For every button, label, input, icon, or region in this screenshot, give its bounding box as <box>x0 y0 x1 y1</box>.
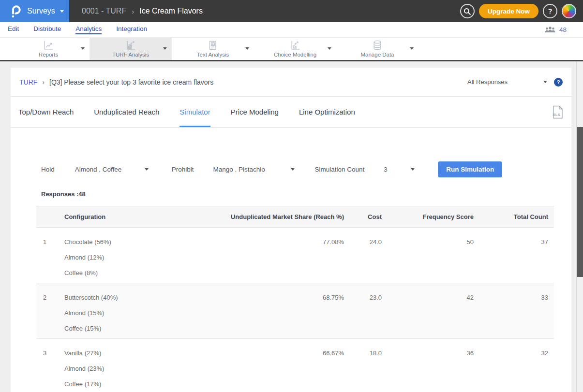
row-index: 3 <box>36 339 64 392</box>
frequency-cell: 42 <box>388 283 479 339</box>
tab-price-modeling[interactable]: Price Modeling <box>231 97 279 127</box>
respondent-counter[interactable]: 48 <box>545 26 567 33</box>
frequency-column-header: Frequency Score <box>388 206 479 228</box>
vertical-scrollbar[interactable] <box>576 61 583 392</box>
product-menu-label: Surveys <box>27 7 55 15</box>
nav-item-integration[interactable]: Integration <box>116 25 147 34</box>
frequency-cell: 50 <box>388 228 479 283</box>
question-text: [Q3] Please select your top 3 favorite i… <box>49 78 213 86</box>
config-item: Almond (23%) <box>64 361 209 377</box>
row-index: 2 <box>36 283 64 339</box>
simulation-count-select[interactable]: 3 <box>384 166 415 173</box>
surveys-product-menu[interactable]: Surveys <box>0 0 69 22</box>
toolbar-item-turf-analysis[interactable]: TURF Analysis <box>90 38 172 60</box>
responses-filter-value: All Responses <box>467 78 508 86</box>
chevron-down-icon <box>291 168 295 171</box>
config-item: Coffee (15%) <box>64 321 209 336</box>
question-bar: TURF › [Q3] Please select your top 3 fav… <box>11 68 571 97</box>
cost-cell: 24.0 <box>350 228 388 283</box>
chevron-down-icon[interactable] <box>163 47 167 50</box>
tab-unduplicated-reach[interactable]: Unduplicated Reach <box>94 97 159 127</box>
turf-tabs: Top/Down Reach Unduplicated Reach Simula… <box>11 97 571 128</box>
top-header: Surveys 0001 - TURF › Ice Cream Flavors … <box>0 0 583 22</box>
toolbar-item-reports[interactable]: Reports <box>7 38 90 60</box>
chevron-down-icon <box>60 10 64 13</box>
export-xls-button[interactable]: XLS <box>552 105 564 119</box>
hold-value: Almond , Coffee <box>75 166 122 173</box>
chevron-down-icon[interactable] <box>328 47 331 50</box>
question-mark-icon: ? <box>548 7 553 15</box>
turf-chart-icon <box>125 40 136 51</box>
chevron-right-icon: › <box>132 7 134 15</box>
chevron-right-icon: › <box>42 78 45 86</box>
config-cell: Butterscotch (40%) Almond (15%) Coffee (… <box>64 283 209 339</box>
reach-column-header: Unduplicated Market Share (Reach %) <box>209 206 350 228</box>
index-column-header <box>36 206 64 228</box>
nav-item-distribute[interactable]: Distribute <box>33 25 61 34</box>
breadcrumb: 0001 - TURF › Ice Cream Flavors <box>82 7 203 15</box>
toolbar-item-label: TURF Analysis <box>112 52 149 58</box>
respondent-count: 48 <box>559 26 567 33</box>
toolbar-item-label: Text Analysis <box>197 52 229 58</box>
configuration-column-header: Configuration <box>64 206 209 228</box>
help-button[interactable]: ? <box>543 4 557 18</box>
config-item: Almond (12%) <box>64 250 209 265</box>
chevron-down-icon[interactable] <box>81 47 85 50</box>
config-item: Coffee (8%) <box>64 265 209 281</box>
chevron-down-icon[interactable] <box>410 47 414 50</box>
main-content: TURF › [Q3] Please select your top 3 fav… <box>0 61 583 392</box>
tab-line-optimization[interactable]: Line Optimization <box>299 97 355 127</box>
simulation-table: Configuration Unduplicated Market Share … <box>36 206 554 392</box>
toolbar-item-label: Reports <box>39 52 58 58</box>
config-item: Coffee (17%) <box>64 377 209 392</box>
table-row: 2 Butterscotch (40%) Almond (15%) Coffee… <box>36 283 554 339</box>
top-actions: Upgrade Now ? <box>460 4 576 18</box>
toolbar-item-label: Choice Modelling <box>274 52 316 58</box>
config-item: Vanilla (27%) <box>64 346 209 361</box>
vertical-scrollbar-thumb[interactable] <box>577 127 583 277</box>
page-help-button[interactable]: ? <box>554 78 563 87</box>
config-item: Chocolate (56%) <box>64 234 209 250</box>
question-bar-actions: All Responses ? <box>467 78 563 87</box>
simulation-count-label: Simulation Count <box>315 166 365 173</box>
survey-id[interactable]: 0001 - TURF <box>82 7 126 15</box>
config-cell: Vanilla (27%) Almond (23%) Coffee (17%) <box>64 339 209 392</box>
row-index: 1 <box>36 228 64 283</box>
toolbar-item-text-analysis[interactable]: Text Analysis <box>172 38 254 60</box>
hold-label: Hold <box>41 166 55 173</box>
toolbar-item-manage-data[interactable]: Manage Data <box>336 38 419 60</box>
table-row: 3 Vanilla (27%) Almond (23%) Coffee (17%… <box>36 339 554 392</box>
search-button[interactable] <box>460 4 475 18</box>
chevron-down-icon <box>145 168 149 171</box>
question-mark-icon: ? <box>557 79 560 85</box>
turf-card: TURF › [Q3] Please select your top 3 fav… <box>11 68 571 392</box>
prohibit-value: Mango , Pistachio <box>213 166 265 173</box>
user-avatar[interactable] <box>562 4 576 18</box>
tab-top-down-reach[interactable]: Top/Down Reach <box>18 97 74 127</box>
tab-simulator[interactable]: Simulator <box>179 97 210 127</box>
chevron-down-icon <box>411 168 415 171</box>
hold-select[interactable]: Almond , Coffee <box>75 166 149 173</box>
total-count-cell: 33 <box>479 283 554 339</box>
cost-column-header: Cost <box>350 206 388 228</box>
total-count-cell: 32 <box>479 339 554 392</box>
run-simulation-button[interactable]: Run Simulation <box>438 161 502 177</box>
nav-item-edit[interactable]: Edit <box>8 25 19 34</box>
responses-filter-select[interactable]: All Responses <box>467 78 547 86</box>
nav-item-analytics[interactable]: Analytics <box>75 25 102 34</box>
toolbar-item-choice-modelling[interactable]: Choice Modelling <box>254 38 336 60</box>
total-count-cell: 37 <box>479 228 554 283</box>
table-row: 1 Chocolate (56%) Almond (12%) Coffee (8… <box>36 228 554 283</box>
survey-title: Ice Cream Flavors <box>139 7 203 15</box>
reach-cell: 66.67% <box>209 339 350 392</box>
chevron-down-icon[interactable] <box>245 47 249 50</box>
choice-chart-icon <box>289 40 301 51</box>
upgrade-now-button[interactable]: Upgrade Now <box>479 4 538 18</box>
frequency-cell: 36 <box>388 339 479 392</box>
config-item: Almond (15%) <box>64 305 209 321</box>
total-count-column-header: Total Count <box>479 206 554 228</box>
xls-label: XLS <box>553 113 560 117</box>
turf-breadcrumb-link[interactable]: TURF <box>19 78 37 86</box>
prohibit-select[interactable]: Mango , Pistachio <box>213 166 295 173</box>
simulation-table-wrap: Configuration Unduplicated Market Share … <box>36 206 554 392</box>
